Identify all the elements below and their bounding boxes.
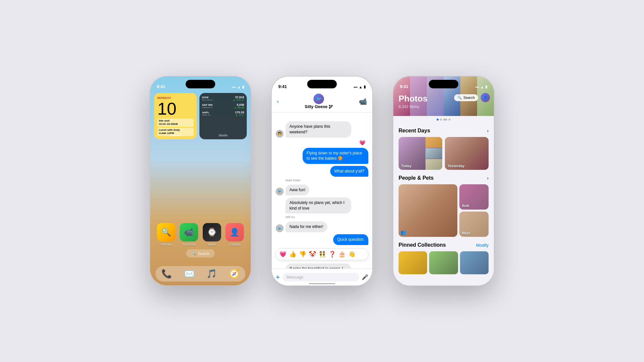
status-time-photos: 9:41 [400, 84, 408, 89]
people-group-icon: 👥 [401, 230, 406, 235]
message-row-2: Flying down to my sister's place to see … [276, 148, 368, 164]
reaction-dancers[interactable]: 👯 [319, 251, 326, 258]
message-row-6: 🐦 Nada for me either! [276, 221, 368, 232]
watch-label: Watch [208, 243, 216, 246]
app-watch[interactable]: ⌚ Watch [202, 223, 221, 246]
cal-day-number: 10 [157, 100, 194, 117]
video-call-button[interactable]: 📹 [359, 98, 367, 105]
message-row-4: 🐦 Aww fun! [276, 185, 368, 195]
cal-event-1: Site visit 10:15–10:45AM [157, 119, 194, 127]
message-row-8: 🐦 If cake for breakfast is wrong, I don'… [276, 263, 368, 268]
msg-avatar-1: 🧑 [276, 130, 284, 138]
reaction-clown[interactable]: 🤡 [309, 251, 316, 258]
back-button[interactable]: ‹ [277, 98, 279, 105]
sender-willxu-1: Will Xu [286, 215, 368, 219]
dot-2[interactable] [440, 119, 442, 121]
signal-icon-msg: ▪▪▪ [354, 85, 357, 89]
msg-avatar-3: 🐦 [276, 224, 284, 232]
pinned-title: Pinned Collections [399, 242, 446, 248]
heart-reaction: 💗 [276, 140, 366, 146]
dock-safari[interactable]: 🧭 [223, 269, 246, 279]
status-icons-messages: ▪▪▪ ▲ ▮ [354, 85, 366, 89]
status-time-messages: 9:41 [278, 84, 287, 89]
messages-body[interactable]: 🧑 Anyone have plans this weekend? 💗 Flyi… [272, 119, 372, 268]
widgets-row: MONDAY 10 Site visit 10:15–10:45AM Lunch… [154, 93, 247, 139]
today-thumb-1 [426, 137, 442, 148]
battery-icon-msg: ▮ [364, 85, 366, 89]
bubble-8: If cake for breakfast is wrong, I don't … [286, 263, 351, 268]
today-label: Today [401, 164, 412, 168]
pinned-card-1[interactable] [399, 251, 427, 274]
dot-4[interactable] [448, 119, 450, 121]
people-card-large[interactable]: 👥 [399, 184, 457, 237]
today-thumb-3 [426, 159, 442, 170]
widget-calendar[interactable]: MONDAY 10 Site visit 10:15–10:45AM Lunch… [154, 93, 197, 139]
dock-music[interactable]: 🎵 [200, 269, 223, 279]
stock-item-dow: DOW Dow Jones I... 37,816 ▲ +570.17 [202, 96, 244, 101]
widget-labels: Calendar Stocks [154, 134, 247, 137]
stocks-label: Stocks [199, 134, 247, 137]
pinned-modify[interactable]: Modify [476, 243, 489, 248]
facetime-icon: 📹 [180, 223, 198, 241]
dock-phone[interactable]: 📞 [155, 269, 178, 279]
people-pets-arrow[interactable]: › [487, 175, 489, 181]
recent-days-header: Recent Days › [399, 128, 489, 134]
group-name: Silly Geese 🕊 [305, 104, 333, 109]
app-findmy[interactable]: 🔍 Find My [157, 223, 176, 246]
findmy-label: Find My [161, 243, 172, 246]
yesterday-label: Yesterday [448, 164, 465, 168]
stock-item-sp500: S&P 500 Standard &... 5,036 ▲ +80.48 [202, 103, 244, 109]
search-icon: 🔍 [192, 251, 196, 256]
conversation-info: 🐦 Silly Geese 🕊 [305, 94, 333, 109]
message-row-1: 🧑 Anyone have plans this weekend? [276, 121, 368, 138]
recent-days-arrow[interactable]: › [487, 128, 489, 133]
reaction-cake[interactable]: 🎂 [338, 251, 346, 258]
bubble-1: Anyone have plans this weekend? [286, 121, 351, 138]
dock: 📞 ✉️ 🎵 🧭 [155, 266, 245, 282]
message-input[interactable]: iMessage [283, 273, 359, 282]
bubble-2: Flying down to my sister's place to see … [303, 148, 368, 164]
home-indicator [309, 283, 335, 284]
signal-icon: ▪▪▪ [232, 85, 236, 89]
reaction-thumbsdown[interactable]: 👎 [299, 251, 306, 258]
recent-day-yesterday[interactable]: Yesterday [445, 137, 489, 170]
stock-item-aapl: AAPL Apple Inc... 170.33 ▲ +3.17 [202, 111, 244, 116]
add-attachment-button[interactable]: + [276, 273, 280, 282]
contacts-label: Contacts [229, 243, 241, 246]
microphone-icon[interactable]: 🎤 [362, 274, 368, 280]
people-card-amit[interactable]: Amit [459, 184, 489, 210]
search-icon-photos: 🔍 [457, 96, 462, 100]
dot-grid[interactable] [443, 119, 447, 121]
battery-icon-photos: ▮ [485, 85, 487, 89]
recent-day-today[interactable]: Today [399, 137, 442, 170]
watch-icon: ⌚ [203, 223, 221, 241]
reaction-question[interactable]: ❓ [329, 251, 336, 258]
photos-avatar-button[interactable]: 👤 [481, 93, 490, 102]
reaction-heart[interactable]: 💗 [279, 251, 287, 258]
app-facetime[interactable]: 📹 FaceTime [180, 223, 199, 246]
emoji-reactions-bar[interactable]: 💗 👍 👎 🤡 👯 ❓ 🎂 👋 [276, 248, 368, 260]
people-card-maya[interactable]: Maya [459, 212, 489, 237]
message-row-3: What about y'all? [276, 166, 368, 177]
pinned-card-3[interactable] [460, 251, 489, 274]
people-pets-header: People & Pets › [399, 175, 489, 181]
app-contacts[interactable]: 👤 Contacts [225, 223, 244, 246]
phone-photos: 9:41 ▪▪▪ ▲ ▮ Photos 8,342 Items 🔍 Search… [393, 76, 494, 286]
status-icons-home: ▪▪▪ ▲ ▮ [232, 85, 244, 89]
photos-body: Recent Days › Today Yesterday [393, 123, 494, 285]
status-icons-photos: ▪▪▪ ▲ ▮ [475, 85, 487, 89]
photos-view-dots [393, 117, 494, 123]
widget-stocks[interactable]: DOW Dow Jones I... 37,816 ▲ +570.17 S&P … [199, 93, 247, 139]
dock-mail[interactable]: ✉️ [178, 269, 201, 279]
recent-days-grid: Today Yesterday [399, 137, 489, 170]
reaction-wave[interactable]: 👋 [348, 251, 356, 258]
photos-search-button[interactable]: 🔍 Search [454, 94, 478, 101]
bubble-4: Aww fun! [286, 185, 309, 195]
reaction-thumbsup[interactable]: 👍 [289, 251, 296, 258]
dot-1[interactable] [437, 119, 439, 121]
people-pets-title: People & Pets [399, 175, 434, 181]
search-bar[interactable]: 🔍 Search [186, 249, 215, 258]
people-grid: 👥 Amit Maya [399, 184, 489, 237]
status-time-home: 9:41 [157, 84, 165, 89]
pinned-card-2[interactable] [429, 251, 458, 274]
